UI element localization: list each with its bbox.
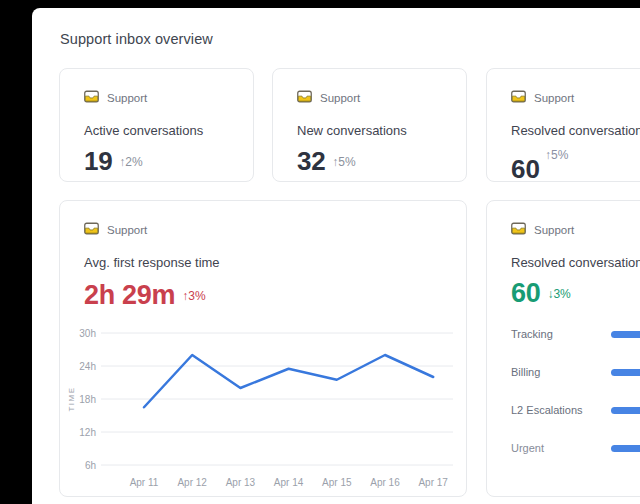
- metric-value: 32: [297, 146, 325, 177]
- svg-text:Apr 11: Apr 11: [130, 477, 159, 488]
- bar-row: Tracking: [511, 315, 640, 353]
- card-label-row: Support: [511, 89, 640, 107]
- svg-text:6h: 6h: [85, 460, 96, 471]
- svg-text:Apr 12: Apr 12: [177, 477, 207, 488]
- value-row: 60 ↓3%: [511, 278, 640, 309]
- svg-text:Apr 15: Apr 15: [322, 477, 352, 488]
- svg-text:18h: 18h: [79, 394, 96, 405]
- stat-card-active-conversations[interactable]: Support Active conversations 19 ↑2%: [59, 68, 254, 182]
- bar-label: Tracking: [511, 328, 611, 340]
- svg-text:12h: 12h: [79, 427, 96, 438]
- card-label-row: Support: [297, 89, 442, 107]
- svg-text:30h: 30h: [79, 328, 96, 339]
- category-bar: [611, 445, 640, 452]
- category-bar: [611, 407, 640, 414]
- bar-row: L2 Escalations: [511, 391, 640, 429]
- card-label-row: Support: [84, 221, 442, 239]
- desktop: { "page": { "title": "Support inbox over…: [0, 0, 640, 504]
- card-title: Resolved conversations: [511, 120, 640, 142]
- inbox-icon: [84, 89, 99, 107]
- svg-text:Apr 14: Apr 14: [274, 477, 304, 488]
- bar-label: Urgent: [511, 442, 611, 454]
- inbox-icon: [511, 221, 526, 239]
- svg-text:Apr 16: Apr 16: [370, 477, 400, 488]
- card-label: Support: [107, 224, 147, 236]
- metric-delta: ↑5%: [545, 148, 568, 162]
- metric-value: 19: [84, 146, 112, 177]
- category-bar: [611, 331, 640, 338]
- bar-row: Billing: [511, 353, 640, 391]
- response-time-card[interactable]: Support Avg. first response time 2h 29m …: [59, 200, 467, 497]
- metric-value: 2h 29m: [84, 280, 175, 311]
- metric-value: 60: [511, 154, 540, 185]
- stat-card-resolved-conversations[interactable]: Support Resolved conversations ↑5% 60: [486, 68, 640, 182]
- value-row: 19 ↑2%: [84, 146, 229, 177]
- svg-text:Apr 13: Apr 13: [226, 477, 256, 488]
- card-label: Support: [534, 92, 574, 104]
- svg-text:Apr 17: Apr 17: [418, 477, 448, 488]
- bar-label: Billing: [511, 366, 611, 378]
- card-label: Support: [320, 92, 360, 104]
- card-title: Resolved conversations: [511, 252, 640, 274]
- resolved-conversations-card[interactable]: Support Resolved conversations 60 ↓3% Tr…: [486, 200, 640, 497]
- card-title: Avg. first response time: [84, 252, 442, 274]
- svg-text:24h: 24h: [79, 361, 96, 372]
- metric-delta: ↑5%: [332, 155, 355, 169]
- dashboard-panel: Support inbox overview Support Active co…: [32, 8, 640, 504]
- inbox-icon: [297, 89, 312, 107]
- metric-delta: ↑2%: [119, 155, 142, 169]
- response-time-chart: 6h12h18h24h30hTIMEApr 11Apr 12Apr 13Apr …: [60, 313, 468, 498]
- card-title: Active conversations: [84, 120, 229, 142]
- bar-label: L2 Escalations: [511, 404, 611, 416]
- metric-value: 60: [511, 278, 540, 309]
- value-row: 32 ↑5%: [297, 146, 442, 177]
- card-label-row: Support: [511, 221, 640, 239]
- card-title: New conversations: [297, 120, 442, 142]
- card-label: Support: [107, 92, 147, 104]
- inbox-icon: [511, 89, 526, 107]
- card-label-row: Support: [84, 89, 229, 107]
- card-label: Support: [534, 224, 574, 236]
- y-axis-label: TIME: [67, 386, 76, 411]
- page-title: Support inbox overview: [60, 31, 213, 47]
- metric-delta: ↑3%: [182, 289, 205, 303]
- bar-row: Urgent: [511, 429, 640, 467]
- category-bar-list: Tracking Billing L2 Escalations Urgent: [511, 315, 640, 467]
- inbox-icon: [84, 221, 99, 239]
- metric-delta: ↓3%: [547, 287, 570, 301]
- category-bar: [611, 369, 640, 376]
- value-row: 2h 29m ↑3%: [84, 280, 442, 311]
- stat-card-new-conversations[interactable]: Support New conversations 32 ↑5%: [272, 68, 467, 182]
